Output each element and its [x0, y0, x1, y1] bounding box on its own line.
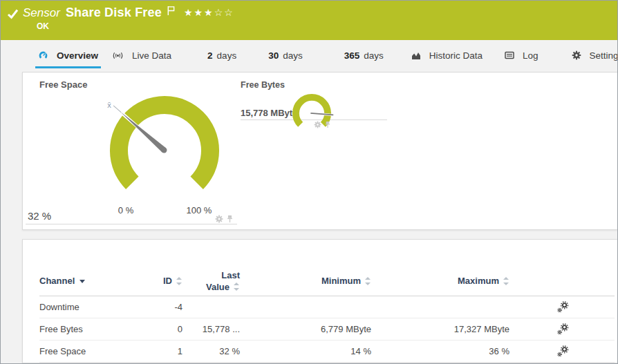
- channel-settings-icon[interactable]: [557, 301, 569, 313]
- cell-id: -4: [147, 302, 182, 312]
- tab-30-days[interactable]: 30days: [268, 44, 303, 66]
- cell-maximum: 36 %: [371, 346, 509, 356]
- sensor-header: Sensor Share Disk Free ★★★☆☆ OK: [1, 1, 617, 40]
- prtg-sensor-page: Sensor Share Disk Free ★★★☆☆ OK Overview…: [0, 0, 618, 364]
- cell-channel: Downtime: [39, 302, 147, 312]
- channel-settings-icon[interactable]: [557, 345, 569, 357]
- free-space-gauge-widget: Free Space x̄ 0 % 100 % 32 %: [26, 77, 237, 224]
- header-maximum[interactable]: Maximum: [371, 276, 509, 286]
- sorted-caret-icon: [79, 280, 85, 286]
- sensor-kind-label: Sensor: [23, 6, 60, 20]
- overview-gauge-icon: [38, 50, 48, 61]
- pin-icon[interactable]: [325, 121, 330, 128]
- tab-historic-data[interactable]: Historic Data: [411, 44, 483, 66]
- channel-row-free-space[interactable]: Free Space 1 32 % 14 % 36 %: [39, 341, 615, 363]
- cell-last-value: 32 %: [182, 346, 240, 356]
- log-icon: [505, 51, 514, 59]
- sort-icon: [176, 277, 182, 285]
- ok-check-icon: [7, 8, 19, 19]
- star-filled-icon[interactable]: ★: [184, 7, 194, 18]
- tab-bar: Overview Live Data 2days 30days 365days …: [1, 44, 617, 66]
- gear-icon[interactable]: [314, 121, 321, 128]
- gauges-panel: Free Space x̄ 0 % 100 % 32 % Free Bytes: [22, 72, 617, 230]
- channel-row-free-bytes[interactable]: Free Bytes 0 15,778 ... 6,779 MByte 17,3…: [39, 318, 615, 341]
- header-minimum[interactable]: Minimum: [240, 276, 371, 286]
- widget-controls: [314, 121, 330, 128]
- cell-last-value: 15,778 ...: [182, 324, 240, 334]
- free-bytes-gauge: [289, 90, 335, 136]
- sensor-status-badge: OK: [37, 21, 49, 31]
- tab-365-days[interactable]: 365days: [344, 44, 384, 66]
- tab-overview[interactable]: Overview: [38, 44, 98, 66]
- historic-data-icon: [411, 51, 421, 60]
- tab-log[interactable]: Log: [505, 44, 539, 66]
- sensor-name: Share Disk Free: [66, 6, 162, 20]
- header-last-value[interactable]: Last Value: [182, 269, 240, 293]
- gauge-title: Free Space: [39, 79, 87, 90]
- priority-stars[interactable]: ★★★☆☆: [184, 7, 234, 18]
- tab-2-days[interactable]: 2days: [207, 44, 236, 66]
- average-marker: x̄: [107, 101, 111, 109]
- star-empty-icon[interactable]: ☆: [224, 7, 234, 18]
- widget-controls: [215, 215, 233, 223]
- tab-settings[interactable]: Settings: [572, 44, 618, 66]
- gear-icon[interactable]: [215, 215, 223, 223]
- star-filled-icon[interactable]: ★: [204, 7, 214, 18]
- star-filled-icon[interactable]: ★: [194, 7, 205, 18]
- channel-settings-icon[interactable]: [557, 323, 569, 335]
- sort-icon: [365, 277, 371, 285]
- cell-minimum: 6,779 MByte: [240, 324, 371, 334]
- gauge-value: 32 %: [28, 210, 51, 222]
- settings-gear-icon: [572, 50, 581, 60]
- cell-maximum: 17,327 MByte: [371, 324, 509, 334]
- channel-table-header: Channel ID Last Value Minimum Maximum: [39, 266, 615, 296]
- cell-id: 1: [147, 346, 182, 356]
- cell-channel: Free Space: [39, 346, 147, 356]
- pin-icon[interactable]: [227, 215, 233, 223]
- sensor-title-line: Sensor Share Disk Free ★★★☆☆: [7, 6, 234, 20]
- channel-table: Channel ID Last Value Minimum Maximum: [39, 266, 615, 363]
- header-id[interactable]: ID: [147, 276, 182, 286]
- star-empty-icon[interactable]: ☆: [214, 7, 225, 18]
- sort-icon: [503, 277, 509, 285]
- cell-id: 0: [147, 324, 182, 334]
- free-bytes-gauge-widget: Free Bytes 15,778 MByte: [241, 78, 387, 120]
- live-data-icon: [112, 52, 124, 59]
- cell-channel: Free Bytes: [39, 324, 147, 334]
- channel-row-downtime[interactable]: Downtime -4: [39, 296, 615, 318]
- channel-table-panel: Channel ID Last Value Minimum Maximum: [22, 239, 617, 363]
- sort-icon: [234, 282, 240, 291]
- gauge-scale-min: 0 %: [112, 205, 140, 215]
- gauge-scale-max: 100 %: [182, 205, 216, 215]
- flag-icon[interactable]: [167, 6, 176, 16]
- gauge-title: Free Bytes: [241, 80, 285, 90]
- free-space-gauge: x̄: [100, 86, 229, 215]
- cell-minimum: 14 %: [240, 346, 371, 356]
- header-channel[interactable]: Channel: [39, 276, 147, 286]
- tab-live-data[interactable]: Live Data: [112, 44, 171, 66]
